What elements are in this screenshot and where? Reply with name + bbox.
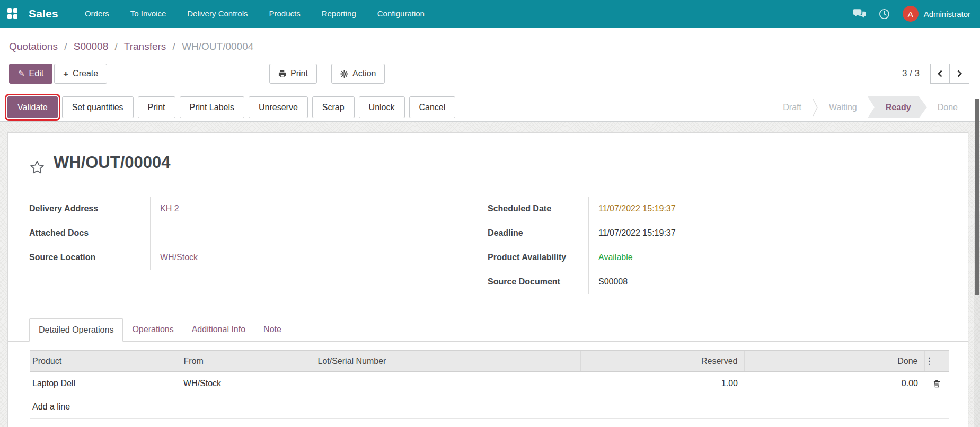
delivery-address-value[interactable]: KH 2 <box>160 204 179 213</box>
control-buttons-row: ✎ Edit + Create Print Action 3 / 3 <box>9 64 971 84</box>
column-header-from[interactable]: From <box>181 351 315 372</box>
state-done[interactable]: Done <box>927 96 968 118</box>
field-label: Attached Docs <box>29 228 150 238</box>
breadcrumb-quotations[interactable]: Quotations <box>9 41 58 52</box>
field-group-left: Delivery Address KH 2 Attached Docs Sour… <box>29 197 382 294</box>
validate-button[interactable]: Validate <box>7 96 58 118</box>
cancel-button[interactable]: Cancel <box>409 96 456 118</box>
field-label: Source Location <box>29 253 150 262</box>
unreserve-button[interactable]: Unreserve <box>249 96 308 118</box>
menu-orders[interactable]: Orders <box>74 0 120 28</box>
create-button-label: Create <box>73 69 98 78</box>
cell-reserved[interactable]: 1.00 <box>580 372 744 395</box>
delete-row-trash-icon[interactable] <box>933 380 940 388</box>
column-options-kebab-icon[interactable]: ⋮ <box>925 356 934 366</box>
add-line-row: Add a line <box>30 395 949 419</box>
activities-clock-icon[interactable] <box>879 8 890 20</box>
app-name[interactable]: Sales <box>29 7 58 20</box>
column-header-product[interactable]: Product <box>30 351 181 372</box>
notebook-tabs: Detailed Operations Operations Additiona… <box>8 318 968 342</box>
field-groups: Delivery Address KH 2 Attached Docs Sour… <box>8 197 968 294</box>
column-header-done[interactable]: Done <box>744 351 924 372</box>
apps-menu-icon[interactable] <box>7 8 18 19</box>
print-labels-button[interactable]: Print Labels <box>180 96 245 118</box>
field-product-availability: Product Availability Available <box>488 245 947 270</box>
column-header-lot-serial[interactable]: Lot/Serial Number <box>315 351 580 372</box>
menu-configuration[interactable]: Configuration <box>367 0 435 28</box>
create-button[interactable]: + Create <box>54 64 107 84</box>
avatar: A <box>903 6 919 22</box>
breadcrumb-separator: / <box>173 41 175 52</box>
field-label: Deadline <box>488 228 588 238</box>
print-button[interactable]: Print <box>138 96 175 118</box>
edit-button-label: Edit <box>29 69 44 78</box>
statusbar-buttons: Validate Set quantities Print Print Labe… <box>7 96 455 118</box>
top-navbar: Sales Orders To Invoice Delivery Control… <box>0 0 980 28</box>
field-deadline: Deadline 11/07/2022 15:19:37 <box>488 221 947 245</box>
tab-detailed-operations[interactable]: Detailed Operations <box>29 318 123 342</box>
print-menu-button[interactable]: Print <box>269 64 317 84</box>
unlock-button[interactable]: Unlock <box>359 96 405 118</box>
scheduled-date-value: 11/07/2022 15:19:37 <box>598 204 676 213</box>
state-draft[interactable]: Draft <box>772 96 812 118</box>
scrollbar-thumb[interactable] <box>975 99 979 295</box>
column-header-reserved[interactable]: Reserved <box>580 351 744 372</box>
action-menu-button[interactable]: Action <box>331 64 385 84</box>
control-panel: Quotations / S00008 / Transfers / WH/OUT… <box>0 28 980 84</box>
status-pipeline: Draft Waiting Ready Done <box>772 96 968 118</box>
menu-products[interactable]: Products <box>258 0 311 28</box>
print-menu-label: Print <box>290 69 308 78</box>
breadcrumb-current: WH/OUT/00004 <box>182 41 253 52</box>
favorite-star-icon[interactable] <box>29 159 45 177</box>
form-sheet: WH/OUT/00004 Delivery Address KH 2 Attac… <box>7 132 968 427</box>
field-source-document: Source Document S00008 <box>488 270 947 294</box>
tab-note[interactable]: Note <box>254 318 290 341</box>
product-availability-value: Available <box>598 253 633 262</box>
messages-icon[interactable] <box>853 8 866 19</box>
breadcrumb-transfers[interactable]: Transfers <box>124 41 166 52</box>
page-title: WH/OUT/00004 <box>54 152 171 173</box>
chevron-separator-icon <box>812 97 818 118</box>
operations-table: Product From Lot/Serial Number Reserved … <box>30 350 949 419</box>
chevron-right-icon <box>957 70 963 77</box>
add-a-line-link[interactable]: Add a line <box>30 395 949 419</box>
breadcrumb: Quotations / S00008 / Transfers / WH/OUT… <box>9 39 971 54</box>
chevron-left-icon <box>937 70 943 77</box>
field-source-location: Source Location WH/Stock <box>29 245 382 270</box>
field-label: Product Availability <box>488 253 588 262</box>
user-name: Administrator <box>924 10 970 19</box>
systray: A Administrator <box>853 6 970 22</box>
source-location-value[interactable]: WH/Stock <box>160 253 198 262</box>
menu-reporting[interactable]: Reporting <box>311 0 367 28</box>
tab-additional-info[interactable]: Additional Info <box>183 318 254 341</box>
cell-lot-serial[interactable] <box>315 372 580 395</box>
statusbar: Validate Set quantities Print Print Labe… <box>0 96 980 122</box>
state-waiting[interactable]: Waiting <box>818 96 868 118</box>
cell-product[interactable]: Laptop Dell <box>30 372 181 395</box>
field-attached-docs: Attached Docs <box>29 221 382 245</box>
table-row[interactable]: Laptop Dell WH/Stock 1.00 0.00 <box>30 372 949 395</box>
menu-to-invoice[interactable]: To Invoice <box>120 0 177 28</box>
plus-icon: + <box>63 69 68 78</box>
breadcrumb-s00008[interactable]: S00008 <box>74 41 109 52</box>
breadcrumb-separator: / <box>115 41 118 52</box>
title-block: WH/OUT/00004 <box>8 152 968 177</box>
pager-previous-button[interactable] <box>930 64 950 84</box>
user-menu[interactable]: A Administrator <box>903 6 970 22</box>
main-menu: Orders To Invoice Delivery Controls Prod… <box>74 0 435 28</box>
pager: 3 / 3 <box>902 64 969 84</box>
field-scheduled-date: Scheduled Date 11/07/2022 15:19:37 <box>488 197 947 221</box>
cell-done[interactable]: 0.00 <box>744 372 924 395</box>
pager-value: 3 / 3 <box>902 68 920 79</box>
cell-from[interactable]: WH/Stock <box>181 372 315 395</box>
edit-button[interactable]: ✎ Edit <box>9 64 52 84</box>
breadcrumb-separator: / <box>64 41 67 52</box>
field-label: Source Document <box>488 277 588 287</box>
scrap-button[interactable]: Scrap <box>312 96 355 118</box>
menu-delivery-controls[interactable]: Delivery Controls <box>176 0 258 28</box>
tab-operations[interactable]: Operations <box>123 318 182 341</box>
field-label: Delivery Address <box>29 204 150 213</box>
set-quantities-button[interactable]: Set quantities <box>62 96 134 118</box>
state-ready[interactable]: Ready <box>868 96 927 118</box>
pager-next-button[interactable] <box>950 64 969 84</box>
